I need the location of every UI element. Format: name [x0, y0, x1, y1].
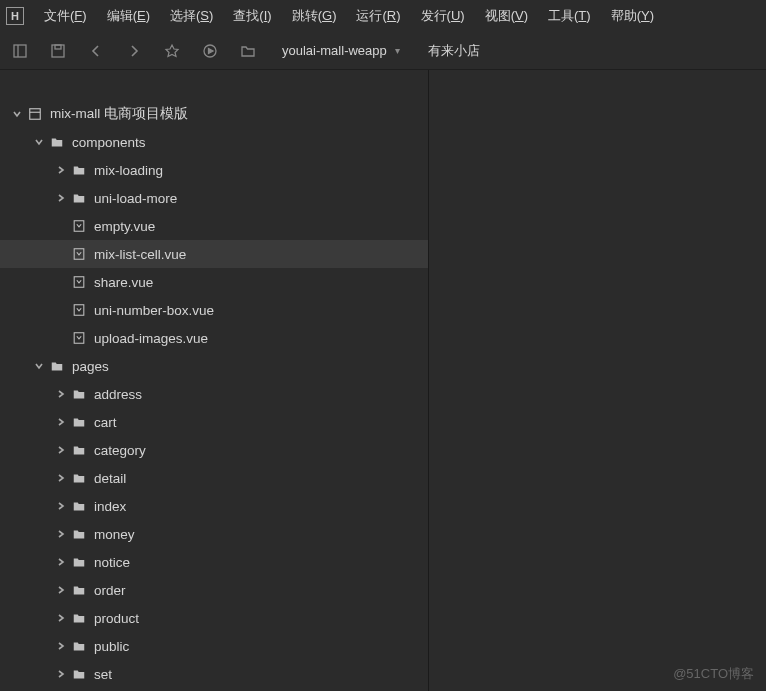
- tree-folder[interactable]: index: [0, 492, 428, 520]
- chevron-right-icon[interactable]: [54, 527, 68, 541]
- tree-file[interactable]: mix-list-cell.vue: [0, 240, 428, 268]
- tree-folder[interactable]: category: [0, 436, 428, 464]
- tree-file[interactable]: share.vue: [0, 268, 428, 296]
- folder-icon: [70, 441, 88, 459]
- tree-item-label: mix-list-cell.vue: [94, 247, 186, 262]
- chevron-right-icon[interactable]: [54, 443, 68, 457]
- chevron-right-icon[interactable]: [54, 555, 68, 569]
- folder-icon: [70, 497, 88, 515]
- folder-toolbar-icon[interactable]: [238, 41, 258, 61]
- tree-item-label: order: [94, 583, 126, 598]
- chevron-right-icon[interactable]: [54, 191, 68, 205]
- file-explorer: mix-mall 电商项目模版componentsmix-loadinguni-…: [0, 70, 428, 691]
- tree-file[interactable]: uni-number-box.vue: [0, 296, 428, 324]
- chevron-spacer: [54, 247, 68, 261]
- tree-item-label: uni-load-more: [94, 191, 177, 206]
- tree-folder[interactable]: order: [0, 576, 428, 604]
- tree-item-label: mix-mall 电商项目模版: [50, 105, 188, 123]
- tree-folder[interactable]: cart: [0, 408, 428, 436]
- menu-t[interactable]: 工具(T): [538, 3, 601, 29]
- folder-icon: [70, 581, 88, 599]
- svg-marker-4: [166, 45, 178, 57]
- menu-s[interactable]: 选择(S): [160, 3, 223, 29]
- vue-icon: [70, 273, 88, 291]
- tree-item-label: public: [94, 639, 129, 654]
- chevron-down-icon[interactable]: [32, 135, 46, 149]
- tree-folder[interactable]: set: [0, 660, 428, 688]
- tree-item-label: notice: [94, 555, 130, 570]
- tree-folder[interactable]: mix-loading: [0, 156, 428, 184]
- menu-i[interactable]: 查找(I): [223, 3, 281, 29]
- tree-folder[interactable]: components: [0, 128, 428, 156]
- star-icon[interactable]: [162, 41, 182, 61]
- tree-item-label: share.vue: [94, 275, 153, 290]
- tree-item-label: money: [94, 527, 135, 542]
- save-icon[interactable]: [48, 41, 68, 61]
- tree-item-label: uni-number-box.vue: [94, 303, 214, 318]
- folder-icon: [48, 357, 66, 375]
- tree-item-label: pages: [72, 359, 109, 374]
- device-selector[interactable]: 有来小店: [424, 42, 484, 60]
- tree-item-label: cart: [94, 415, 117, 430]
- folder-icon: [48, 133, 66, 151]
- svg-rect-12: [74, 305, 84, 316]
- tree-folder[interactable]: uni-load-more: [0, 184, 428, 212]
- run-icon[interactable]: [200, 41, 220, 61]
- back-icon[interactable]: [86, 41, 106, 61]
- menu-e[interactable]: 编辑(E): [97, 3, 160, 29]
- folder-icon: [70, 189, 88, 207]
- tree-item-label: index: [94, 499, 126, 514]
- toolbar: youlai-mall-weapp ▾ 有来小店: [0, 32, 766, 70]
- vue-icon: [70, 301, 88, 319]
- vue-icon: [70, 329, 88, 347]
- svg-marker-6: [209, 48, 214, 53]
- tree-folder[interactable]: public: [0, 632, 428, 660]
- svg-rect-9: [74, 221, 84, 232]
- chevron-right-icon[interactable]: [54, 499, 68, 513]
- chevron-right-icon[interactable]: [54, 387, 68, 401]
- dropdown-arrow-icon: ▾: [395, 45, 400, 56]
- chevron-right-icon[interactable]: [54, 667, 68, 681]
- menu-v[interactable]: 视图(V): [475, 3, 538, 29]
- tree-file[interactable]: upload-images.vue: [0, 324, 428, 352]
- tree-file[interactable]: empty.vue: [0, 212, 428, 240]
- vue-icon: [70, 217, 88, 235]
- tree-folder[interactable]: address: [0, 380, 428, 408]
- chevron-right-icon[interactable]: [54, 415, 68, 429]
- chevron-down-icon[interactable]: [32, 359, 46, 373]
- folder-icon: [70, 609, 88, 627]
- chevron-right-icon[interactable]: [54, 583, 68, 597]
- layout-icon[interactable]: [10, 41, 30, 61]
- menu-g[interactable]: 跳转(G): [282, 3, 347, 29]
- folder-icon: [70, 161, 88, 179]
- chevron-right-icon[interactable]: [54, 611, 68, 625]
- svg-rect-7: [30, 109, 41, 120]
- svg-rect-3: [55, 45, 61, 49]
- menu-f[interactable]: 文件(F): [34, 3, 97, 29]
- forward-icon[interactable]: [124, 41, 144, 61]
- tree-folder[interactable]: notice: [0, 548, 428, 576]
- menu-y[interactable]: 帮助(Y): [601, 3, 664, 29]
- tree-folder[interactable]: product: [0, 604, 428, 632]
- chevron-right-icon[interactable]: [54, 163, 68, 177]
- tree-folder[interactable]: mix-mall 电商项目模版: [0, 100, 428, 128]
- tree-folder[interactable]: detail: [0, 464, 428, 492]
- chevron-down-icon[interactable]: [10, 107, 24, 121]
- folder-icon: [70, 525, 88, 543]
- svg-rect-2: [52, 45, 64, 57]
- chevron-right-icon[interactable]: [54, 471, 68, 485]
- main-area: mix-mall 电商项目模版componentsmix-loadinguni-…: [0, 70, 766, 691]
- menu-u[interactable]: 发行(U): [411, 3, 475, 29]
- menu-r[interactable]: 运行(R): [346, 3, 410, 29]
- project-name-label: youlai-mall-weapp: [282, 43, 387, 58]
- file-tree: mix-mall 电商项目模版componentsmix-loadinguni-…: [0, 70, 428, 691]
- tree-item-label: set: [94, 667, 112, 682]
- tree-folder[interactable]: money: [0, 520, 428, 548]
- chevron-spacer: [54, 331, 68, 345]
- chevron-right-icon[interactable]: [54, 639, 68, 653]
- folder-icon: [70, 637, 88, 655]
- tree-folder[interactable]: pages: [0, 352, 428, 380]
- project-selector[interactable]: youlai-mall-weapp ▾: [276, 41, 406, 60]
- svg-rect-13: [74, 333, 84, 344]
- tree-item-label: components: [72, 135, 146, 150]
